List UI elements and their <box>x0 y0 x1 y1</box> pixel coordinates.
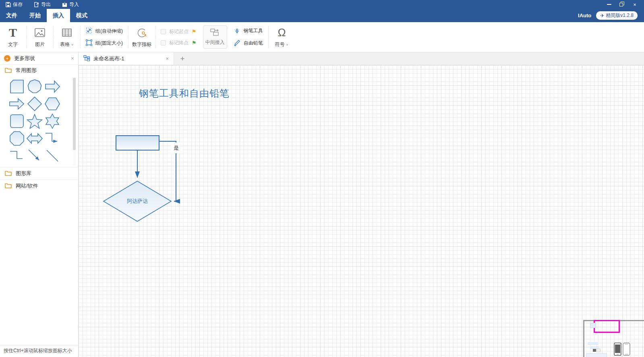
version-label: 精简版v1.2.8 <box>606 12 634 19</box>
numeric-indicator-icon: 1 <box>137 26 147 39</box>
mark-start-label: 标记起点 <box>169 28 188 35</box>
pen-tool-button[interactable]: 钢笔工具 <box>234 27 263 35</box>
shape-palette <box>0 76 78 167</box>
mark-start-checkbox[interactable] <box>161 29 166 34</box>
menu-tab-home[interactable]: 开始 <box>23 9 47 22</box>
minimize-icon <box>607 4 611 5</box>
website-software-label: 网站/软件 <box>16 182 38 190</box>
plane-icon: ✈ <box>600 13 604 19</box>
minimap-shape <box>596 349 601 352</box>
canvas-tab-label: 未命名画布-1 <box>93 55 124 62</box>
more-shapes-header: + 更多形状 × <box>0 52 78 64</box>
drawing-canvas[interactable]: 钢笔工具和自由铅笔 是 阿达萨达 <box>79 65 644 357</box>
mid-connect-button[interactable]: 中间接入 <box>203 25 227 49</box>
shape-rounded-square[interactable] <box>8 113 25 130</box>
shape-library-label: 图形库 <box>16 170 31 177</box>
sidebar-close-icon[interactable]: × <box>71 55 74 62</box>
text-tool-label: 文字 <box>8 41 18 48</box>
palette-scrollbar[interactable] <box>73 77 76 165</box>
close-button[interactable]: × <box>630 0 640 9</box>
free-pencil-icon <box>234 39 240 47</box>
shape-octagon[interactable] <box>8 130 25 147</box>
mark-start-toggle[interactable]: 标记起点 ⚑ <box>161 28 197 35</box>
ribbon-toolbar: T 文字 图片 表格 ∨ 组(自动伸缩) 组(固定大小) <box>0 22 644 52</box>
import-button[interactable]: 导入 <box>56 0 85 9</box>
restore-button[interactable] <box>617 0 627 9</box>
shape-nonagon[interactable] <box>26 78 43 95</box>
folder-icon <box>5 183 12 190</box>
numeric-indicator-label: 数字指标 <box>132 41 151 48</box>
pen-tool-icon <box>234 27 240 35</box>
shape-diamond[interactable] <box>26 95 43 112</box>
minimize-button[interactable] <box>604 0 614 9</box>
text-tool-button[interactable]: T 文字 <box>1 22 25 52</box>
shape-star-6[interactable] <box>44 113 61 130</box>
shape-diagonal-line[interactable] <box>44 147 61 164</box>
image-tool-button[interactable]: 图片 <box>28 22 52 52</box>
group-auto-button[interactable]: 组(自动伸缩) <box>86 27 123 35</box>
section-common-shapes[interactable]: 常用图形 <box>0 64 78 76</box>
shape-diagonal-arrow[interactable] <box>26 147 43 164</box>
shape-notched-rectangle[interactable] <box>8 78 25 95</box>
minimap-phone-outline <box>623 343 630 357</box>
numeric-indicator-button[interactable]: 1 数字指标 <box>130 22 154 52</box>
export-icon <box>34 2 39 7</box>
free-pencil-button[interactable]: 自由铅笔 <box>234 39 263 47</box>
shape-arrow-right-block[interactable] <box>8 95 25 112</box>
section-website-software[interactable]: 网站/软件 <box>0 180 78 192</box>
flowchart-svg <box>79 65 644 357</box>
folder-icon <box>5 67 12 74</box>
export-button[interactable]: 导出 <box>28 0 56 9</box>
close-icon: × <box>633 2 636 8</box>
brand-label: IAuto <box>578 9 591 22</box>
scrollbar-thumb[interactable] <box>73 78 76 150</box>
flow-rect[interactable] <box>116 136 159 150</box>
mark-end-toggle[interactable]: 标记终点 ⚑ <box>161 39 197 46</box>
save-icon <box>6 2 11 7</box>
pen-tool-label: 钢笔工具 <box>244 27 263 34</box>
new-tab-button[interactable]: + <box>174 52 191 65</box>
menu-tab-insert[interactable]: 插入 <box>47 9 70 22</box>
shape-elbow-line[interactable] <box>8 147 25 164</box>
canvas-tab[interactable]: 未命名画布-1 × <box>79 52 174 65</box>
symbol-button[interactable]: Ω 符号 ∨ <box>270 22 294 52</box>
minimap-shape <box>590 323 596 328</box>
group-fixed-button[interactable]: 组(固定大小) <box>86 39 123 47</box>
section-shape-library[interactable]: 图形库 <box>0 167 78 180</box>
titlebar: 保存 导出 导入 × <box>0 0 644 9</box>
save-button[interactable]: 保存 <box>0 0 28 9</box>
free-pencil-label: 自由铅笔 <box>244 40 263 47</box>
export-label: 导出 <box>41 1 51 8</box>
shape-arrow-right[interactable] <box>44 78 61 95</box>
shape-hexagon[interactable] <box>44 95 61 112</box>
shape-double-arrow[interactable] <box>26 130 43 147</box>
add-shapes-icon[interactable]: + <box>4 55 10 62</box>
edge-label-yes[interactable]: 是 <box>171 143 181 153</box>
divider <box>128 26 128 48</box>
chevron-down-icon: ∨ <box>71 43 74 46</box>
canvas-heading[interactable]: 钢笔工具和自由铅笔 <box>139 87 230 100</box>
diamond-label[interactable]: 阿达萨达 <box>113 198 162 205</box>
version-badge[interactable]: ✈ 精简版v1.2.8 <box>596 11 638 20</box>
menubar: 文件 开始 插入 模式 IAuto ✈ 精简版v1.2.8 <box>0 9 644 22</box>
window-controls: × <box>604 0 644 9</box>
group-fixed-icon <box>86 39 92 47</box>
table-tool-button[interactable]: 表格 ∨ <box>55 22 79 52</box>
svg-text:1: 1 <box>145 34 147 37</box>
shape-star-5[interactable] <box>26 113 43 130</box>
group-fixed-label: 组(固定大小) <box>95 40 123 47</box>
shape-elbow-arrow[interactable] <box>44 130 61 147</box>
mark-end-label: 标记终点 <box>169 39 188 46</box>
divider <box>53 26 54 48</box>
mid-connect-icon <box>210 29 220 37</box>
menu-tab-mode[interactable]: 模式 <box>70 9 93 22</box>
mark-end-checkbox[interactable] <box>161 40 166 45</box>
divider <box>80 26 81 48</box>
minimap-viewport[interactable] <box>594 320 620 333</box>
start-flag-icon: ⚑ <box>192 29 197 34</box>
minimap-phone-dark <box>614 343 621 357</box>
chevron-down-icon: ∨ <box>286 43 289 46</box>
tab-close-icon[interactable]: × <box>166 56 169 62</box>
minimap[interactable] <box>583 320 644 357</box>
menu-tab-file[interactable]: 文件 <box>0 9 23 22</box>
